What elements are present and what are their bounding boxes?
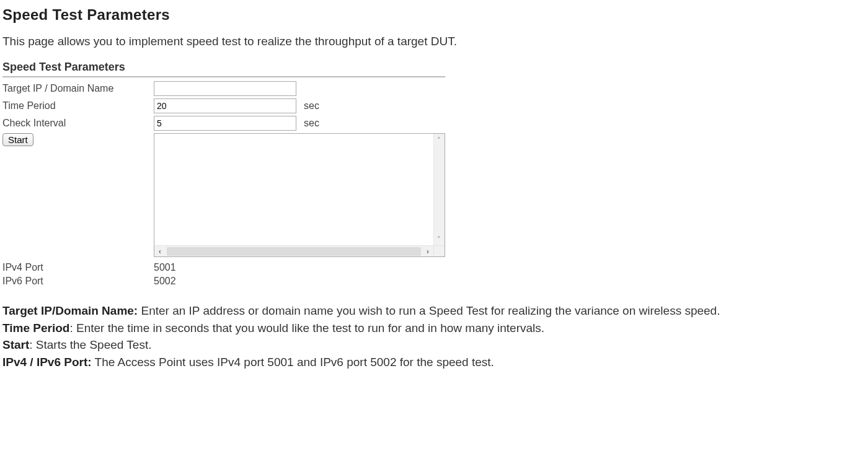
speed-test-panel: Speed Test Parameters Target IP / Domain…	[2, 61, 445, 288]
def-time-label: Time Period	[2, 321, 69, 334]
label-ipv4-port: IPv4 Port	[2, 262, 154, 273]
def-time: Time Period: Enter the time in seconds t…	[2, 320, 864, 336]
scroll-corner	[433, 245, 445, 256]
def-target: Target IP/Domain Name: Enter an IP addre…	[2, 303, 864, 319]
row-ipv4-port: IPv4 Port 5001	[2, 261, 445, 274]
row-start: Start ˄ ˅ ‹ ›	[2, 133, 445, 257]
vertical-scrollbar[interactable]: ˄ ˅	[433, 134, 445, 245]
def-start-text: : Starts the Speed Test.	[29, 338, 151, 351]
input-time-period[interactable]	[154, 98, 296, 113]
definitions-block: Target IP/Domain Name: Enter an IP addre…	[2, 303, 864, 370]
page-title: Speed Test Parameters	[2, 6, 868, 24]
row-ipv6-port: IPv6 Port 5002	[2, 274, 445, 288]
label-ipv6-port: IPv6 Port	[2, 276, 154, 287]
def-start-label: Start	[2, 338, 29, 351]
unit-time-period: sec	[304, 100, 319, 111]
value-ipv6-port: 5002	[154, 276, 176, 287]
def-target-label: Target IP/Domain Name:	[2, 304, 138, 317]
output-content	[154, 134, 433, 245]
label-target-ip: Target IP / Domain Name	[2, 83, 154, 94]
scroll-down-icon[interactable]: ˅	[435, 235, 443, 243]
def-start: Start: Starts the Speed Test.	[2, 337, 864, 353]
horizontal-scrollbar[interactable]: ‹ ›	[154, 245, 433, 256]
panel-header: Speed Test Parameters	[2, 61, 445, 77]
row-check-interval: Check Interval sec	[2, 116, 445, 131]
scroll-right-icon[interactable]: ›	[422, 247, 433, 256]
scroll-left-icon[interactable]: ‹	[154, 247, 166, 256]
input-check-interval[interactable]	[154, 116, 296, 131]
def-port: IPv4 / IPv6 Port: The Access Point uses …	[2, 354, 864, 370]
intro-text: This page allows you to implement speed …	[2, 35, 868, 48]
start-button[interactable]: Start	[2, 133, 33, 146]
def-time-text: : Enter the time in seconds that you wou…	[69, 321, 544, 334]
scroll-up-icon[interactable]: ˄	[435, 136, 443, 144]
label-check-interval: Check Interval	[2, 118, 154, 129]
output-textarea[interactable]: ˄ ˅ ‹ ›	[154, 133, 445, 257]
value-ipv4-port: 5001	[154, 262, 176, 273]
unit-check-interval: sec	[304, 118, 319, 129]
row-target-ip: Target IP / Domain Name	[2, 81, 445, 96]
label-time-period: Time Period	[2, 100, 154, 111]
input-target-ip[interactable]	[154, 81, 296, 96]
scroll-track[interactable]	[167, 247, 421, 256]
def-target-text: Enter an IP address or domain name you w…	[138, 304, 720, 317]
def-port-text: The Access Point uses IPv4 port 5001 and…	[92, 356, 494, 369]
def-port-label: IPv4 / IPv6 Port:	[2, 356, 92, 369]
row-time-period: Time Period sec	[2, 98, 445, 113]
